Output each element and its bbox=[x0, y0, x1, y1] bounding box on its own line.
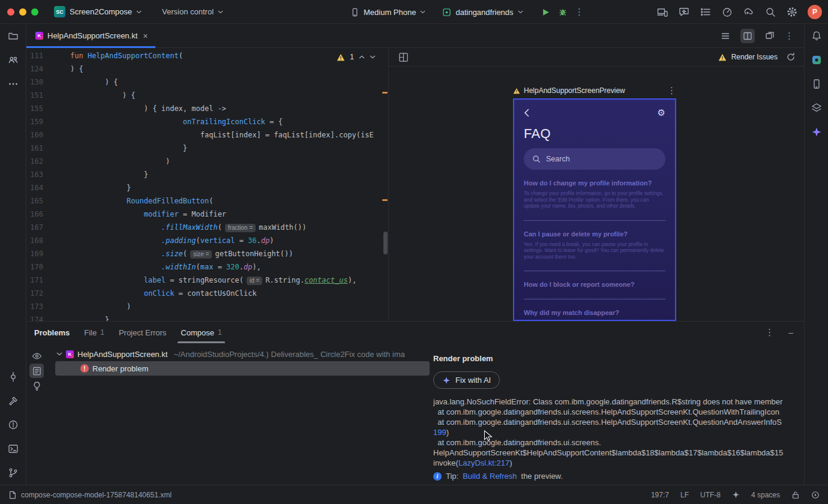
commit-tool-button[interactable] bbox=[5, 368, 22, 385]
ai-assistant-button[interactable] bbox=[676, 4, 692, 20]
code-line[interactable]: 170.widthIn(max = 320.dp), bbox=[26, 260, 388, 274]
warning-stripe-mark[interactable] bbox=[382, 199, 388, 201]
code-line[interactable]: 124) { bbox=[26, 62, 388, 76]
code-line[interactable]: 163} bbox=[26, 168, 388, 181]
code-line[interactable]: 173) bbox=[26, 300, 388, 313]
quick-fix-button[interactable] bbox=[29, 379, 44, 393]
problems-issue-row[interactable]: ! Render problem bbox=[55, 361, 430, 376]
code-line[interactable]: 169.size(size =getButtonHeight()) bbox=[26, 247, 388, 260]
project-tool-button[interactable] bbox=[5, 28, 22, 44]
app-quality-insights-tool-button[interactable] bbox=[808, 52, 825, 68]
warning-stripe-mark[interactable] bbox=[382, 92, 388, 94]
stack-trace-link[interactable]: LazyDsl.kt:217 bbox=[458, 458, 509, 467]
run-configuration-selector[interactable]: datingandfriends bbox=[439, 5, 526, 19]
problems-tab-compose[interactable]: Compose1 bbox=[181, 322, 221, 343]
resource-manager-tool-button[interactable] bbox=[5, 52, 22, 68]
window-close-button[interactable] bbox=[7, 8, 14, 16]
build-tool-button[interactable] bbox=[5, 392, 22, 409]
titlebar: SC Screen2Compose Version control Medium… bbox=[0, 0, 828, 24]
refresh-icon[interactable] bbox=[786, 52, 796, 62]
code-line[interactable]: 160faqList[index] = faqList[index].copy(… bbox=[26, 128, 388, 142]
code-line[interactable]: 164} bbox=[26, 181, 388, 194]
run-button[interactable] bbox=[538, 4, 554, 20]
code-line[interactable]: 167.fillMaxWidth(fraction =maxWidth()) bbox=[26, 221, 388, 234]
running-devices-button[interactable] bbox=[654, 4, 671, 20]
next-issue-icon[interactable] bbox=[370, 55, 376, 59]
background-tasks-icon[interactable] bbox=[811, 491, 820, 499]
code-token: ) bbox=[166, 157, 170, 166]
profiler-button[interactable] bbox=[719, 4, 736, 20]
notifications-tool-button[interactable] bbox=[808, 28, 825, 44]
file-encoding[interactable]: UTF-8 bbox=[700, 491, 721, 499]
preview-issue-button[interactable] bbox=[29, 349, 44, 363]
gradle-sync-button[interactable] bbox=[740, 4, 757, 20]
code-line[interactable]: 165RoundedFilledButton( bbox=[26, 194, 388, 208]
code-line[interactable]: 174} bbox=[26, 313, 388, 321]
terminal-tool-button[interactable] bbox=[5, 440, 22, 457]
problems-panel-title[interactable]: Problems bbox=[34, 328, 70, 337]
window-zoom-button[interactable] bbox=[31, 8, 38, 16]
gemini-tool-button[interactable] bbox=[808, 124, 825, 140]
editor-tab[interactable]: K HelpAndSupportScreen.kt × bbox=[26, 24, 155, 47]
detach-editor-button[interactable] bbox=[763, 29, 777, 43]
editor-list-button[interactable] bbox=[718, 29, 733, 43]
code-line[interactable]: 155) { index, model -> bbox=[26, 102, 388, 115]
vcs-widget[interactable]: Version control bbox=[158, 5, 227, 19]
code-line[interactable]: 171label = stringResource(id =R.string.c… bbox=[26, 274, 388, 287]
code-editor[interactable]: 111fun HelpAndSupportContent(124) {130) … bbox=[26, 48, 389, 321]
problems-tab-project-errors[interactable]: Project Errors bbox=[119, 322, 166, 343]
inspection-widget[interactable]: 1 bbox=[332, 51, 380, 63]
more-run-options-button[interactable]: ⋮ bbox=[571, 4, 588, 20]
profile-avatar[interactable]: P bbox=[808, 5, 822, 19]
preview-layout-icon[interactable] bbox=[398, 52, 409, 62]
git-tool-button[interactable] bbox=[5, 464, 22, 481]
code-line[interactable]: 159onTrailingIconClick = { bbox=[26, 115, 388, 128]
project-selector[interactable]: SC Screen2Compose bbox=[50, 4, 145, 20]
code-line[interactable]: 151) { bbox=[26, 89, 388, 102]
stack-trace-line: at com.ibm.google.datingandfriends.ui.sc… bbox=[433, 437, 804, 448]
code-line[interactable]: 162) bbox=[26, 155, 388, 168]
more-tool-windows-button[interactable] bbox=[5, 76, 22, 92]
hide-panel-icon[interactable]: – bbox=[788, 328, 793, 337]
show-details-button[interactable] bbox=[29, 364, 44, 378]
caret-position[interactable]: 197:7 bbox=[651, 491, 669, 499]
editor-scrollbar[interactable] bbox=[383, 232, 388, 254]
build-refresh-link[interactable]: Build & Refresh bbox=[463, 472, 517, 481]
problems-tool-button[interactable] bbox=[5, 416, 22, 433]
device-manager-tool-button[interactable] bbox=[808, 76, 825, 92]
phone-preview-frame[interactable]: ⚙ FAQ Search How do I change my profile … bbox=[513, 98, 676, 321]
window-minimize-button[interactable] bbox=[19, 8, 26, 16]
editor-options-icon[interactable]: ⋮ bbox=[785, 31, 794, 41]
debug-button[interactable] bbox=[554, 4, 571, 20]
unlock-icon[interactable] bbox=[791, 491, 800, 499]
chevron-expanded-icon[interactable] bbox=[56, 352, 62, 356]
todo-list-button[interactable] bbox=[697, 4, 714, 20]
settings-button[interactable] bbox=[784, 4, 800, 20]
panel-options-icon[interactable]: ⋮ bbox=[765, 327, 774, 338]
device-selector[interactable]: Medium Phone bbox=[347, 5, 429, 19]
line-separator[interactable]: LF bbox=[680, 491, 689, 499]
preview-options-icon[interactable]: ⋮ bbox=[667, 85, 676, 96]
code-line[interactable]: 166modifier = Modifier bbox=[26, 208, 388, 221]
search-everywhere-button[interactable] bbox=[762, 4, 779, 20]
problems-file-node[interactable]: K HelpAndSupportScreen.kt ~/AndroidStudi… bbox=[47, 347, 433, 361]
stack-trace-link[interactable]: 199 bbox=[433, 428, 446, 437]
problems-tab-file[interactable]: File1 bbox=[84, 322, 104, 343]
code-area[interactable]: 111fun HelpAndSupportContent(124) {130) … bbox=[26, 48, 388, 321]
tab-count: 1 bbox=[100, 328, 104, 337]
render-issues-label[interactable]: Render Issues bbox=[731, 53, 778, 61]
code-line[interactable]: 168.padding(vertical = 36.dp) bbox=[26, 234, 388, 247]
code-line[interactable]: 130) { bbox=[26, 76, 388, 89]
split-editor-button[interactable] bbox=[740, 29, 755, 43]
layout-inspector-tool-button[interactable] bbox=[808, 100, 825, 116]
indent-setting[interactable]: 4 spaces bbox=[751, 491, 780, 499]
close-tab-icon[interactable]: × bbox=[143, 32, 148, 40]
tab-count: 1 bbox=[218, 328, 222, 337]
fix-with-ai-button[interactable]: Fix with AI bbox=[433, 371, 500, 389]
previous-issue-icon[interactable] bbox=[359, 55, 365, 59]
code-line[interactable]: 161} bbox=[26, 142, 388, 155]
preview-name[interactable]: HelpAndSupportScreenPreview bbox=[524, 86, 625, 95]
code-line[interactable]: 172onClick = contactUsOnClick bbox=[26, 287, 388, 300]
ai-star-icon[interactable] bbox=[732, 491, 740, 499]
status-file-name[interactable]: compose-compose-model-1758748140651.xml bbox=[21, 491, 172, 499]
